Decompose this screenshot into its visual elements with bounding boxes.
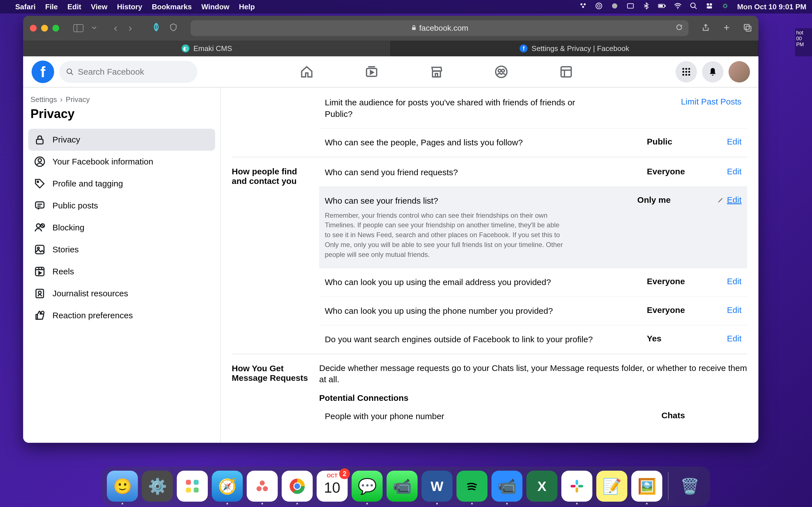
nav-marketplace[interactable] (425, 61, 448, 83)
nav-feeds[interactable] (555, 61, 577, 83)
menubar-datetime[interactable]: Mon Oct 10 9:01 PM (737, 3, 806, 11)
row-title: People with your phone number (325, 411, 655, 422)
row-value: Chats (661, 411, 735, 420)
dock-asana[interactable] (247, 471, 278, 502)
menubar-circle-icon[interactable] (611, 2, 619, 12)
dock-zoom[interactable]: 📹 (492, 471, 522, 502)
dock-messages[interactable]: 💬 (352, 471, 383, 502)
fullscreen-window-button[interactable] (52, 25, 59, 32)
facebook-search[interactable] (59, 61, 197, 83)
dock-chrome[interactable] (282, 471, 313, 502)
dock-trash[interactable]: 🗑️ (674, 471, 705, 502)
section-message-requests: How You Get Message Requests Decide whet… (232, 354, 747, 431)
tab-facebook-settings[interactable]: f Settings & Privacy | Facebook (391, 41, 758, 56)
nav-groups[interactable] (490, 61, 513, 83)
menubar-app-name[interactable]: Safari (15, 3, 36, 11)
menu-view[interactable]: View (91, 3, 107, 11)
dock-safari[interactable]: 🧭 (212, 471, 243, 502)
close-window-button[interactable] (30, 25, 37, 32)
dock-word[interactable]: W (421, 471, 453, 502)
menu-grid-button[interactable] (675, 61, 697, 82)
svg-point-48 (37, 181, 39, 182)
sidebar-item-reactions[interactable]: Reaction preferences (28, 304, 215, 327)
svg-line-26 (71, 73, 73, 75)
edit-link[interactable]: Edit (727, 334, 742, 343)
menubar-bluetooth-icon[interactable] (642, 2, 650, 12)
edit-link[interactable]: Edit (727, 305, 742, 315)
sidebar-item-journalist[interactable]: Journalist resources (28, 283, 215, 304)
dock-spotify[interactable] (456, 471, 488, 502)
minimize-window-button[interactable] (41, 25, 48, 32)
edit-link[interactable]: Edit (717, 195, 742, 205)
svg-point-1 (584, 3, 586, 5)
menu-bookmarks[interactable]: Bookmarks (152, 3, 192, 11)
lock-icon (411, 24, 417, 33)
dock-notes[interactable]: 📝 (596, 471, 627, 502)
reels-icon (34, 266, 46, 277)
nav-home[interactable] (296, 61, 318, 83)
honey-extension-icon[interactable] (152, 22, 161, 34)
edit-link[interactable]: Edit (727, 167, 742, 176)
dock-facetime[interactable]: 📹 (387, 471, 417, 502)
share-button[interactable] (702, 23, 710, 33)
tab-emaki[interactable]: ◐ Emaki CMS (23, 41, 391, 56)
facebook-logo[interactable]: f (32, 61, 54, 83)
profile-avatar[interactable] (728, 61, 750, 82)
menu-window[interactable]: Window (201, 3, 229, 11)
safari-sidebar-button[interactable] (73, 24, 84, 32)
edit-link[interactable]: Edit (727, 137, 742, 147)
sidebar-item-blocking[interactable]: Blocking (28, 217, 215, 238)
menubar-battery-icon[interactable] (658, 2, 666, 12)
dock-slack[interactable] (561, 471, 592, 502)
tab-overview-button[interactable] (743, 23, 752, 33)
svg-rect-64 (186, 480, 191, 485)
menubar-siri-icon[interactable] (721, 2, 729, 12)
svg-point-42 (682, 74, 684, 76)
dock-launchpad[interactable] (177, 471, 208, 502)
row-title: Who can see your friends list? (325, 195, 630, 207)
dock-preview[interactable]: 🖼️ (631, 471, 662, 502)
sidebar-item-profile-tagging[interactable]: Profile and tagging (28, 173, 215, 194)
dock-system-settings[interactable]: ⚙️ (142, 471, 173, 502)
sidebar-item-public-posts[interactable]: Public posts (28, 194, 215, 217)
breadcrumb-privacy[interactable]: Privacy (66, 95, 90, 104)
menu-edit[interactable]: Edit (67, 3, 81, 11)
svg-point-40 (686, 71, 688, 73)
menu-file[interactable]: File (45, 3, 58, 11)
menubar-wifi-icon[interactable] (674, 2, 682, 12)
menubar-cc-icon[interactable] (595, 2, 603, 12)
limit-past-posts-link[interactable]: Limit Past Posts (681, 97, 742, 107)
search-input[interactable] (78, 67, 191, 76)
notifications-button[interactable] (702, 61, 723, 82)
back-button[interactable]: ‹ (114, 22, 117, 34)
reload-button[interactable] (675, 24, 683, 33)
privacy-report-icon[interactable] (169, 23, 177, 34)
menubar-spotlight-icon[interactable] (690, 2, 698, 12)
menubar-control-center-icon[interactable] (705, 2, 713, 12)
sidebar-item-your-info[interactable]: Your Facebook information (28, 151, 215, 173)
new-tab-button[interactable] (722, 23, 731, 33)
url-bar[interactable]: facebook.com (191, 20, 689, 36)
sidebar-item-stories[interactable]: Stories (28, 238, 215, 261)
nav-watch[interactable] (360, 61, 383, 83)
sidebar-item-reels[interactable]: Reels (28, 261, 215, 283)
facebook-page: f (23, 56, 758, 443)
sidebar-title: Privacy (28, 106, 215, 129)
sidebar-item-label: Stories (52, 245, 79, 255)
menubar-dropbox-icon[interactable] (579, 2, 587, 12)
menu-help[interactable]: Help (239, 3, 255, 11)
svg-rect-13 (707, 3, 709, 5)
sidebar-item-privacy[interactable]: Privacy (28, 129, 215, 151)
emaki-favicon-icon: ◐ (182, 45, 190, 52)
sidebar-item-label: Profile and tagging (52, 179, 123, 188)
menubar-display-icon[interactable] (626, 2, 635, 12)
menu-history[interactable]: History (117, 3, 142, 11)
dock-calendar[interactable]: OCT 10 2 (317, 471, 348, 502)
forward-button[interactable]: › (129, 22, 132, 34)
safari-sidebar-dropdown[interactable] (91, 25, 97, 31)
chat-icon (34, 200, 46, 212)
breadcrumb-settings[interactable]: Settings (31, 95, 57, 104)
dock-finder[interactable]: 🙂 (107, 471, 138, 502)
dock-excel[interactable]: X (526, 471, 557, 502)
edit-link[interactable]: Edit (727, 277, 742, 286)
